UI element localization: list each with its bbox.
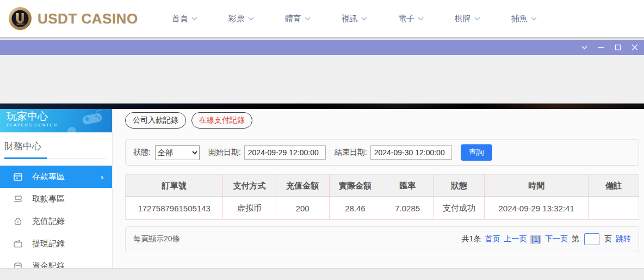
nav-item-board[interactable]: 棋牌 xyxy=(455,14,480,24)
window-titlebar xyxy=(0,40,644,55)
nav-item-home[interactable]: 首頁 xyxy=(172,14,197,24)
query-button[interactable]: 查詢 xyxy=(461,144,492,161)
tab-online-payment-records[interactable]: 在線支付記錄 xyxy=(191,112,252,129)
table-header-row: 訂單號支付方式充值金額實際金額匯率狀態時間備註 xyxy=(126,175,639,197)
current-page-indicator[interactable]: [1] xyxy=(530,235,541,244)
table-cell: 1727587961505143 xyxy=(126,197,223,220)
coins-icon xyxy=(13,261,23,269)
end-date-input[interactable] xyxy=(370,145,452,160)
sidebar-item-label: 存款專區 xyxy=(32,172,65,182)
column-header: 實際金額 xyxy=(329,175,381,197)
prev-page-link[interactable]: 上一页 xyxy=(504,234,527,244)
pager-controls: 共1条 首页 上一页 [1] 下一页 第 页 跳转 xyxy=(462,233,631,245)
section-underline xyxy=(4,157,107,159)
usdt-logo-icon: CASINO xyxy=(8,6,33,31)
table-body: 1727587961505143虚拟币20028.467.0285支付成功202… xyxy=(126,197,639,220)
chevron-down-icon xyxy=(418,17,424,21)
bottom-strip xyxy=(0,268,644,280)
column-header: 狀態 xyxy=(434,175,485,197)
nav-item-fishing[interactable]: 捕魚 xyxy=(511,14,537,24)
finance-section: 財務中心 xyxy=(0,132,112,159)
sidebar-item-withdraw-zone[interactable]: 取款專區 xyxy=(0,188,112,210)
total-count-text: 共1条 xyxy=(462,234,481,244)
chevron-down-icon xyxy=(248,17,254,21)
withdraw-hand-icon xyxy=(13,194,23,204)
column-header: 訂單號 xyxy=(126,175,223,197)
nav-item-label: 視訊 xyxy=(342,14,358,24)
start-date-label: 開始日期: xyxy=(208,148,241,157)
column-header: 備註 xyxy=(589,175,639,197)
sidebar-item-withdraw-record[interactable]: 提現記錄 xyxy=(0,233,112,255)
chevron-down-icon xyxy=(474,17,480,21)
column-header: 支付方式 xyxy=(223,175,276,197)
content-row: 玩家中心 PLAYERS CENTER 財務中心 存款專區›取款專區充值記錄提現… xyxy=(0,109,644,268)
sidebar-item-funds-record[interactable]: 資金記錄 xyxy=(0,255,112,268)
pagination-panel: 每頁顯示20條 共1条 首页 上一页 [1] 下一页 第 页 跳转 xyxy=(125,226,639,252)
table-cell: 7.0285 xyxy=(381,197,434,220)
window-close-button[interactable] xyxy=(630,43,639,52)
status-select[interactable]: 全部 xyxy=(155,145,200,160)
table-cell: 2024-09-29 13:32:41 xyxy=(484,197,589,220)
brand-logo[interactable]: CASINO USDT CASINO xyxy=(8,6,138,31)
nav-item-label: 彩票 xyxy=(228,14,245,24)
sidebar-item-label: 取款專區 xyxy=(32,194,65,204)
jump-prefix-label: 第 xyxy=(572,234,579,244)
maximize-icon xyxy=(614,44,622,51)
nav-item-sports[interactable]: 體育 xyxy=(285,14,311,24)
jump-suffix-label: 页 xyxy=(604,234,612,244)
banner-bottom-strip xyxy=(0,104,644,109)
payment-records-table: 訂單號支付方式充值金額實際金額匯率狀態時間備註 1727587961505143… xyxy=(125,174,639,220)
sidebar-item-recharge-record[interactable]: 充值記錄 xyxy=(0,210,112,233)
sidebar: 玩家中心 PLAYERS CENTER 財務中心 存款專區›取款專區充值記錄提現… xyxy=(0,109,113,268)
nav-item-label: 體育 xyxy=(285,14,301,24)
end-date-label: 結束日期: xyxy=(335,148,367,157)
main-nav: 首頁彩票體育視訊電子棋牌捕魚 xyxy=(172,14,537,24)
empty-banner-area xyxy=(0,55,644,104)
sidebar-item-deposit-zone[interactable]: 存款專區› xyxy=(0,166,112,188)
table-row: 1727587961505143虚拟币20028.467.0285支付成功202… xyxy=(126,197,639,220)
top-navigation: CASINO USDT CASINO 首頁彩票體育視訊電子棋牌捕魚 xyxy=(0,0,644,37)
nav-item-live[interactable]: 視訊 xyxy=(342,14,367,24)
table-cell: 28.46 xyxy=(329,197,381,220)
page-jump-input[interactable] xyxy=(584,233,599,245)
first-page-link[interactable]: 首页 xyxy=(485,234,500,244)
moneybag-icon xyxy=(13,217,23,227)
nav-item-lottery[interactable]: 彩票 xyxy=(228,14,254,24)
column-header: 充值金額 xyxy=(276,175,329,197)
filter-panel: 狀態: 全部 開始日期: 結束日期: 查詢 xyxy=(125,139,639,166)
sidebar-menu: 存款專區›取款專區充值記錄提現記錄資金記錄 xyxy=(0,166,112,268)
nav-item-slots[interactable]: 電子 xyxy=(398,14,424,24)
chevron-down-icon xyxy=(581,46,587,50)
svg-text:CASINO: CASINO xyxy=(16,23,25,26)
main-panel: 公司入款記錄在線支付記錄 狀態: 全部 開始日期: 結束日期: 查詢 訂單號支付… xyxy=(113,109,644,268)
table-cell: 200 xyxy=(276,197,329,220)
jump-link[interactable]: 跳转 xyxy=(616,234,631,244)
window-maximize-button[interactable] xyxy=(614,43,622,52)
chevron-down-icon xyxy=(361,17,367,21)
window-minimize-button[interactable] xyxy=(597,43,605,52)
page-size-text: 每頁顯示20條 xyxy=(133,234,180,244)
finance-center-title: 財務中心 xyxy=(4,140,107,153)
bubble-decoration xyxy=(67,127,76,132)
status-label: 狀態: xyxy=(133,148,151,157)
window-chevron-down-button[interactable] xyxy=(580,43,589,52)
start-date-input[interactable] xyxy=(244,145,326,160)
sidebar-item-label: 提現記錄 xyxy=(32,239,65,249)
tab-company-deposit-records[interactable]: 公司入款記錄 xyxy=(125,112,186,129)
nav-item-label: 捕魚 xyxy=(511,14,528,24)
table-cell: 虚拟币 xyxy=(223,197,276,220)
brand-name: USDT CASINO xyxy=(38,10,138,27)
sidebar-header: 玩家中心 PLAYERS CENTER xyxy=(0,109,112,132)
sidebar-item-label: 充值記錄 xyxy=(32,216,65,227)
chevron-right-icon: › xyxy=(101,172,103,181)
next-page-link[interactable]: 下一页 xyxy=(545,234,568,244)
nav-item-label: 首頁 xyxy=(172,14,188,24)
record-tabs: 公司入款記錄在線支付記錄 xyxy=(125,112,639,129)
sidebar-item-label: 資金記錄 xyxy=(32,261,65,268)
column-header: 時間 xyxy=(484,175,589,197)
table-cell xyxy=(589,197,639,220)
nav-item-label: 電子 xyxy=(398,14,414,24)
column-header: 匯率 xyxy=(381,175,434,197)
chevron-down-icon xyxy=(191,17,197,21)
deposit-card-icon xyxy=(13,172,23,182)
